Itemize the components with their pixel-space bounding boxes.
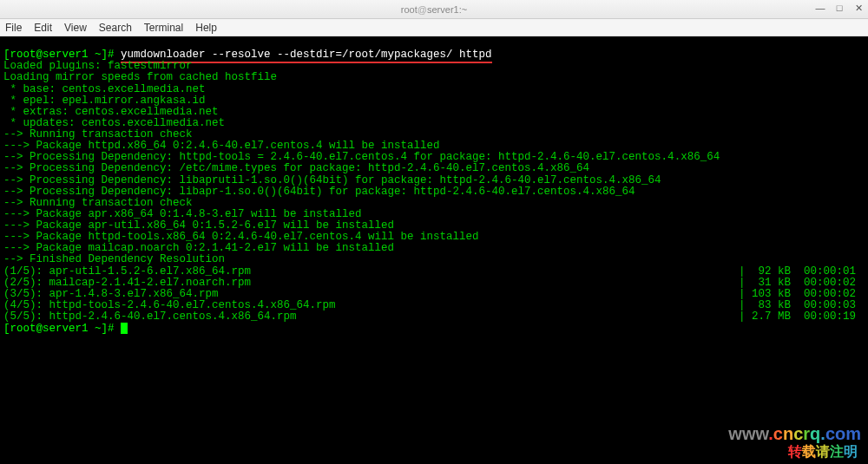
output-line: --> Processing Dependency: libapr-1.so.0… xyxy=(3,186,635,198)
output-line: Loading mirror speeds from cached hostfi… xyxy=(3,71,277,83)
download-row: (5/5): httpd-2.4.6-40.el7.centos.4.x86_6… xyxy=(3,311,856,323)
output-line: Loaded plugins: fastestmirror xyxy=(3,60,193,72)
close-icon[interactable]: ✕ xyxy=(852,2,865,14)
output-line: * extras: centos.excellmedia.net xyxy=(3,106,219,118)
download-row: (1/5): apr-util-1.5.2-6.el7.x86_64.rpm| … xyxy=(3,266,856,278)
watermark-text: 转载请注明 xyxy=(788,446,858,461)
shell-prompt: [root@server1 ~]# xyxy=(3,323,121,335)
menu-view[interactable]: View xyxy=(64,22,87,34)
watermark-url: www.cncrq.com xyxy=(728,425,861,443)
output-line: --> Running transaction check xyxy=(3,197,193,209)
output-line: ---> Package mailcap.noarch 0:2.1.41-2.e… xyxy=(3,242,394,254)
menu-file[interactable]: File xyxy=(5,22,22,34)
download-row: (3/5): apr-1.4.8-3.el7.x86_64.rpm| 103 k… xyxy=(3,289,856,300)
output-line: * updates: centos.excellmedia.net xyxy=(3,117,225,129)
output-line: --> Running transaction check xyxy=(3,128,193,141)
output-line: ---> Package httpd.x86_64 0:2.4.6-40.el7… xyxy=(3,140,440,152)
download-row: (2/5): mailcap-2.1.41-2.el7.noarch.rpm| … xyxy=(3,278,856,289)
window-titlebar: root@server1:~ — □ ✕ xyxy=(0,0,868,19)
output-line: * epel: epel.mirror.angkasa.id xyxy=(3,95,206,107)
maximize-icon[interactable]: □ xyxy=(833,2,845,14)
output-line: ---> Package httpd-tools.x86_64 0:2.4.6-… xyxy=(3,231,479,243)
menu-edit[interactable]: Edit xyxy=(34,22,52,34)
shell-prompt: [root@server1 ~]# xyxy=(3,49,121,61)
menu-search[interactable]: Search xyxy=(99,22,132,34)
output-line: --> Finished Dependency Resolution xyxy=(3,253,225,265)
window-controls: — □ ✕ xyxy=(814,2,865,14)
output-line: * base: centos.excellmedia.net xyxy=(3,83,206,95)
terminal-output[interactable]: [root@server1 ~]# yumdownloader --resolv… xyxy=(0,36,868,464)
menu-help[interactable]: Help xyxy=(195,22,217,34)
window-title: root@server1:~ xyxy=(401,4,467,15)
menubar: File Edit View Search Terminal Help xyxy=(0,19,868,36)
output-line: ---> Package apr-util.x86_64 0:1.5.2-6.e… xyxy=(3,219,394,232)
output-line: --> Processing Dependency: libaprutil-1.… xyxy=(3,174,661,186)
output-line: ---> Package apr.x86_64 0:1.4.8-3.el7 wi… xyxy=(3,208,362,220)
output-line: --> Processing Dependency: httpd-tools =… xyxy=(3,151,720,163)
cursor-icon xyxy=(121,323,128,334)
minimize-icon[interactable]: — xyxy=(814,2,826,14)
output-line: --> Processing Dependency: /etc/mime.typ… xyxy=(3,162,589,174)
menu-terminal[interactable]: Terminal xyxy=(144,22,183,34)
